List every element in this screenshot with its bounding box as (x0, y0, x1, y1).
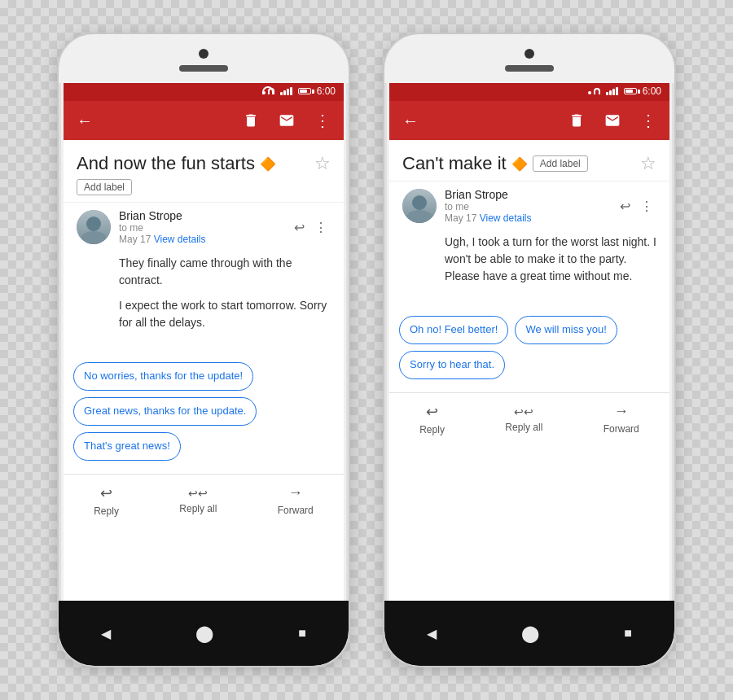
sender-info-1: Brian Strope to me May 17 View details (119, 209, 283, 245)
reply-action-label-2: Reply (419, 424, 445, 435)
signal-icon-1 (280, 87, 292, 95)
forward-action-1[interactable]: → Forward (278, 484, 314, 516)
more-msg-icon-2[interactable]: ⋮ (637, 195, 656, 217)
wifi-icon-2 (588, 88, 600, 94)
sender-date-1: May 17 View details (119, 234, 283, 245)
view-details-1[interactable]: View details (154, 234, 206, 245)
message-actions-1: ↩ ⋮ (291, 217, 331, 238)
action-bar-2: ↩ Reply ↩↩ Reply all → Forward (389, 392, 669, 445)
smart-replies-1: No worries, thanks for the update! Great… (64, 356, 344, 474)
phone-top-2 (384, 34, 674, 83)
star-icon-1[interactable]: ☆ (314, 153, 331, 174)
smart-reply-2-3[interactable]: Sorry to hear that. (399, 351, 505, 379)
reply-icon-2[interactable]: ↩ (617, 195, 634, 217)
sender-date-2: May 17 View details (445, 212, 608, 224)
email-button-2[interactable] (598, 106, 627, 135)
status-icons-1: 6:00 (262, 85, 336, 97)
smart-reply-2-2[interactable]: We will miss you! (515, 316, 617, 344)
battery-icon-2 (624, 88, 640, 94)
toolbar-2: ← ⋮ (389, 101, 669, 140)
smart-reply-1-1[interactable]: No worries, thanks for the update! (73, 362, 253, 391)
email-header-2: Can't make it 🔶 Add label ☆ (389, 140, 669, 181)
nav-home-2[interactable]: ⬤ (521, 623, 539, 643)
nav-recent-2[interactable]: ■ (624, 626, 632, 641)
screen-2: 6:00 ← ⋮ Can't make it 🔶 (389, 81, 669, 602)
delete-button-1[interactable] (236, 106, 266, 135)
add-label-btn-1[interactable]: Add label (77, 179, 132, 195)
status-time-1: 6:00 (317, 85, 336, 97)
message-header-1: Brian Strope to me May 17 View details ↩… (77, 209, 331, 245)
email-title-area-2: Can't make it 🔶 Add label (402, 153, 640, 174)
reply-action-label-1: Reply (94, 505, 119, 517)
camera-1 (199, 49, 208, 59)
nav-back-2[interactable]: ◀ (427, 626, 437, 641)
sender-to-1: to me (119, 222, 283, 234)
avatar-2 (402, 189, 437, 223)
smart-reply-2-1[interactable]: Oh no! Feel better! (399, 316, 508, 344)
reply-all-action-icon-2: ↩↩ (514, 405, 533, 418)
nav-home-1[interactable]: ⬤ (195, 623, 213, 643)
sender-name-1: Brian Strope (119, 209, 283, 222)
reply-action-icon-1: ↩ (100, 484, 112, 502)
reply-all-action-icon-1: ↩↩ (188, 487, 208, 500)
star-icon-2[interactable]: ☆ (640, 153, 656, 174)
phone-1: 6:00 ← ⋮ And now the fun starts 🔶 (57, 33, 350, 667)
sender-to-2: to me (445, 201, 608, 212)
forward-action-icon-2: → (614, 403, 629, 420)
priority-icon-1: 🔶 (260, 156, 276, 172)
email-content-2: Can't make it 🔶 Add label ☆ Brian Strope… (389, 140, 669, 602)
signal-icon-2 (606, 87, 618, 95)
email-title-1: And now the fun starts 🔶 (77, 153, 314, 174)
reply-action-icon-2: ↩ (426, 403, 438, 421)
reply-icon-1[interactable]: ↩ (291, 217, 308, 238)
nav-back-1[interactable]: ◀ (101, 626, 111, 641)
back-button-1[interactable]: ← (70, 106, 99, 135)
wifi-icon-1 (262, 88, 274, 94)
message-header-2: Brian Strope to me May 17 View details ↩… (402, 188, 656, 224)
more-msg-icon-1[interactable]: ⋮ (311, 217, 331, 238)
email-title-area-1: And now the fun starts 🔶 Add label (77, 153, 314, 195)
forward-action-label-2: Forward (604, 423, 639, 435)
forward-action-icon-1: → (288, 484, 303, 501)
status-time-2: 6:00 (643, 85, 661, 97)
email-header-1: And now the fun starts 🔶 Add label ☆ (64, 140, 344, 202)
priority-icon-2: 🔶 (511, 156, 528, 172)
camera-2 (525, 49, 534, 59)
email-title-2: Can't make it 🔶 Add label (402, 153, 640, 174)
phone-2: 6:00 ← ⋮ Can't make it 🔶 (383, 33, 676, 667)
smart-reply-1-3[interactable]: That's great news! (73, 432, 181, 461)
phone-bottom-1: ◀ ⬤ ■ (59, 601, 349, 666)
phone-bottom-2: ◀ ⬤ ■ (384, 601, 674, 666)
smart-reply-1-2[interactable]: Great news, thanks for the update. (73, 397, 257, 426)
email-content-1: And now the fun starts 🔶 Add label ☆ Bri… (64, 140, 344, 602)
add-label-btn-2[interactable]: Add label (533, 155, 588, 172)
forward-action-label-1: Forward (278, 505, 314, 516)
reply-all-action-label-2: Reply all (505, 422, 542, 433)
forward-action-2[interactable]: → Forward (604, 403, 639, 435)
more-button-1[interactable]: ⋮ (308, 106, 337, 135)
back-button-2[interactable]: ← (396, 106, 425, 135)
delete-button-2[interactable] (562, 106, 591, 135)
email-button-1[interactable] (272, 106, 301, 135)
action-bar-1: ↩ Reply ↩↩ Reply all → Forward (64, 474, 344, 527)
reply-all-action-1[interactable]: ↩↩ Reply all (179, 487, 217, 514)
view-details-2[interactable]: View details (480, 212, 532, 224)
reply-action-1[interactable]: ↩ Reply (94, 484, 119, 517)
status-bar-1: 6:00 (64, 81, 344, 101)
screen-1: 6:00 ← ⋮ And now the fun starts 🔶 (64, 81, 344, 602)
phone-top-1 (59, 34, 349, 83)
avatar-1 (77, 210, 111, 244)
message-body-1: They finally came through with the contr… (77, 252, 331, 349)
reply-action-2[interactable]: ↩ Reply (419, 403, 445, 435)
more-button-2[interactable]: ⋮ (634, 106, 663, 135)
status-icons-2: 6:00 (588, 85, 661, 97)
reply-all-action-2[interactable]: ↩↩ Reply all (505, 405, 542, 433)
message-body-2: Ugh, I took a turn for the worst last ni… (402, 230, 656, 303)
smart-replies-2: Oh no! Feel better! We will miss you! So… (389, 309, 669, 392)
sender-name-2: Brian Strope (445, 188, 608, 201)
message-block-2: Brian Strope to me May 17 View details ↩… (389, 181, 669, 309)
sender-info-2: Brian Strope to me May 17 View details (445, 188, 608, 224)
speaker-2 (505, 65, 554, 72)
nav-recent-1[interactable]: ■ (298, 626, 306, 641)
message-block-1: Brian Strope to me May 17 View details ↩… (64, 202, 344, 356)
